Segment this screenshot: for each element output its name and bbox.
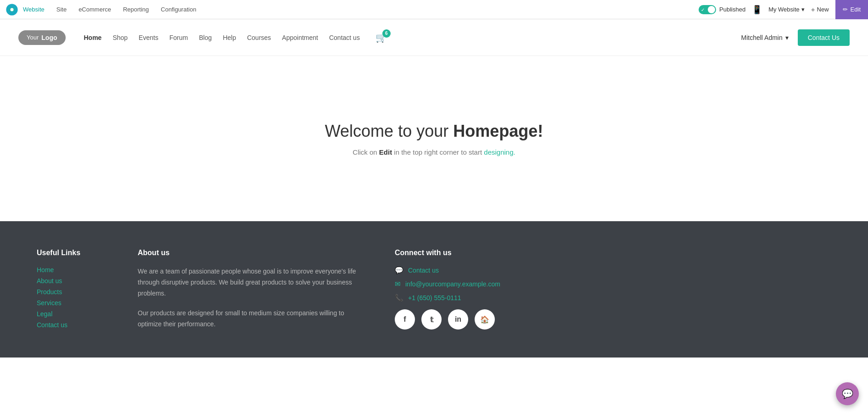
website-nav: Your Logo Home Shop Events Forum Blog He… [0, 19, 868, 56]
connect-phone-label: +1 (650) 555-0111 [408, 294, 461, 302]
footer-link-home[interactable]: Home [37, 266, 110, 274]
facebook-icon: f [403, 315, 406, 324]
connect-email-label: info@yourcompany.example.com [405, 280, 500, 288]
mobile-icon[interactable]: 📱 [752, 5, 762, 15]
hero-section: Welcome to your Homepage! Click on Edit … [0, 56, 868, 221]
published-label: Published [719, 6, 745, 13]
home-icon: 🏠 [480, 315, 489, 324]
chevron-down-icon: ▾ [801, 6, 805, 13]
about-heading: About us [138, 249, 367, 257]
linkedin-button[interactable]: in [448, 309, 468, 330]
hero-edit-link: Edit [379, 148, 392, 156]
admin-bar-left: Website Site eCommerce Reporting Configu… [6, 3, 699, 16]
logo-your-text: Your [27, 34, 39, 41]
logo-oval: Your Logo [18, 30, 66, 45]
toggle-switch[interactable]: ✓ [699, 5, 716, 14]
toggle-check-icon: ✓ [701, 7, 705, 12]
my-website-button[interactable]: My Website ▾ [768, 6, 805, 13]
hero-subtitle-prefix: Click on [353, 148, 379, 156]
nav-link-courses[interactable]: Courses [247, 34, 271, 41]
connect-contact-label: Contact us [408, 267, 439, 274]
nav-link-home[interactable]: Home [84, 34, 102, 41]
reporting-nav-item[interactable]: Reporting [121, 6, 151, 13]
footer-link-contact[interactable]: Contact us [37, 321, 110, 329]
edit-label: Edit [851, 6, 861, 13]
nav-link-help[interactable]: Help [223, 34, 236, 41]
pencil-icon: ✏ [843, 6, 848, 13]
nav-link-appointment[interactable]: Appointment [282, 34, 318, 41]
footer-link-about[interactable]: About us [37, 277, 110, 285]
nav-link-shop[interactable]: Shop [112, 34, 128, 41]
new-label: New [817, 6, 829, 13]
chat-icon: 💬 [395, 266, 403, 274]
admin-bar: Website Site eCommerce Reporting Configu… [0, 0, 868, 19]
published-toggle[interactable]: ✓ Published [699, 5, 745, 14]
my-website-label: My Website [768, 6, 800, 13]
footer: Useful Links Home About us Products Serv… [0, 221, 868, 358]
cart-badge: 6 [382, 29, 391, 38]
social-icons: f 𝕥 in 🏠 [395, 309, 523, 330]
nav-link-events[interactable]: Events [139, 34, 158, 41]
connect-heading: Connect with us [395, 249, 523, 257]
email-icon: ✉ [395, 280, 401, 288]
admin-user-name: Mitchell Admin [741, 34, 782, 41]
admin-user-button[interactable]: Mitchell Admin ▾ [741, 34, 788, 41]
footer-connect-col: Connect with us 💬 Contact us ✉ info@your… [395, 249, 523, 339]
user-chevron-icon: ▾ [785, 34, 789, 41]
logo-wrap[interactable]: Your Logo [18, 30, 66, 45]
footer-link-legal[interactable]: Legal [37, 310, 110, 318]
useful-links-heading: Useful Links [37, 249, 110, 257]
home-button[interactable]: 🏠 [475, 309, 495, 330]
connect-email-item[interactable]: ✉ info@yourcompany.example.com [395, 280, 523, 288]
hero-subtitle-middle: in the top right corner to start [392, 148, 484, 156]
nav-links: Home Shop Events Forum Blog Help Courses… [84, 32, 741, 43]
twitter-icon: 𝕥 [430, 315, 433, 324]
hero-title-bold: Homepage! [453, 122, 543, 140]
connect-contact-item[interactable]: 💬 Contact us [395, 266, 523, 274]
admin-bar-right: ✓ Published 📱 My Website ▾ + New ✏ Edit [699, 0, 862, 19]
odoo-logo-icon [6, 3, 18, 16]
svg-point-1 [11, 8, 14, 11]
footer-useful-links-col: Useful Links Home About us Products Serv… [37, 249, 110, 339]
hero-title-prefix: Welcome to your [325, 122, 453, 140]
nav-right: Mitchell Admin ▾ Contact Us [741, 29, 850, 46]
hero-title: Welcome to your Homepage! [325, 122, 543, 141]
hero-subtitle: Click on Edit in the top right corner to… [353, 148, 515, 156]
logo-logo-text: Logo [41, 34, 57, 41]
cart-button[interactable]: 🛒 6 [375, 32, 387, 43]
footer-link-products[interactable]: Products [37, 288, 110, 296]
footer-about-col: About us We are a team of passionate peo… [138, 249, 367, 339]
site-nav-item[interactable]: Site [55, 6, 68, 13]
configuration-nav-item[interactable]: Configuration [159, 6, 198, 13]
about-text-1: We are a team of passionate people whose… [138, 266, 367, 299]
new-button[interactable]: + New [811, 6, 829, 13]
twitter-button[interactable]: 𝕥 [421, 309, 442, 330]
hero-design-link: designing. [484, 148, 515, 156]
ecommerce-nav-item[interactable]: eCommerce [77, 6, 113, 13]
contact-us-button[interactable]: Contact Us [798, 29, 850, 46]
footer-link-services[interactable]: Services [37, 299, 110, 307]
plus-icon: + [811, 6, 815, 13]
facebook-button[interactable]: f [395, 309, 415, 330]
linkedin-icon: in [455, 315, 461, 324]
nav-link-contact-us[interactable]: Contact us [329, 34, 360, 41]
nav-link-forum[interactable]: Forum [169, 34, 188, 41]
about-text-2: Our products are designed for small to m… [138, 308, 367, 330]
admin-logo[interactable]: Website [6, 3, 46, 16]
connect-phone-item[interactable]: 📞 +1 (650) 555-0111 [395, 294, 523, 302]
nav-link-blog[interactable]: Blog [199, 34, 212, 41]
website-nav-item[interactable]: Website [21, 6, 46, 13]
phone-icon: 📞 [395, 294, 403, 302]
edit-button[interactable]: ✏ Edit [835, 0, 868, 19]
